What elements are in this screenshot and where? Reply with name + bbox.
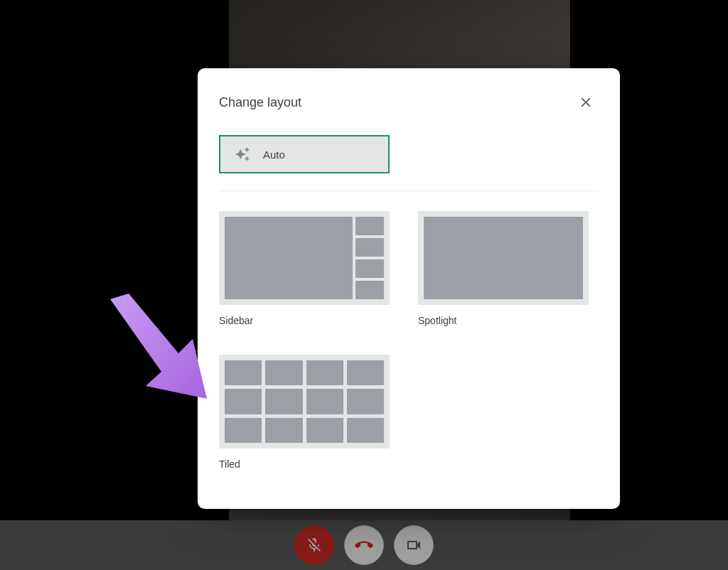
preview-tile bbox=[265, 389, 302, 414]
dialog-header: Change layout bbox=[219, 90, 599, 115]
layout-options-grid: Sidebar Spotlight bbox=[219, 211, 599, 470]
auto-label: Auto bbox=[263, 149, 285, 161]
spotlight-preview bbox=[418, 211, 589, 305]
tiled-preview bbox=[219, 355, 390, 448]
preview-tile-grid bbox=[225, 360, 384, 443]
preview-main-tile bbox=[225, 217, 353, 299]
layout-label: Tiled bbox=[219, 458, 390, 470]
preview-tile bbox=[225, 389, 262, 414]
preview-tile bbox=[225, 418, 262, 443]
change-layout-dialog: Change layout Auto Sidebar bbox=[198, 68, 620, 509]
preview-thumb bbox=[355, 281, 384, 299]
sidebar-preview bbox=[219, 211, 390, 305]
preview-tile bbox=[265, 418, 302, 443]
dialog-title: Change layout bbox=[219, 95, 301, 110]
preview-side-column bbox=[355, 217, 384, 299]
preview-tile bbox=[306, 389, 343, 414]
layout-label: Sidebar bbox=[219, 315, 390, 326]
close-button[interactable] bbox=[573, 90, 599, 115]
close-icon bbox=[578, 95, 594, 110]
preview-tile bbox=[225, 360, 262, 385]
preview-main-tile bbox=[424, 217, 583, 299]
preview-thumb bbox=[355, 238, 384, 257]
layout-option-sidebar[interactable]: Sidebar bbox=[219, 211, 390, 326]
layout-option-auto[interactable]: Auto bbox=[219, 135, 390, 173]
preview-tile bbox=[347, 418, 384, 443]
layout-option-tiled[interactable]: Tiled bbox=[219, 355, 390, 470]
preview-tile bbox=[347, 389, 384, 414]
preview-thumb bbox=[355, 259, 384, 278]
divider bbox=[219, 190, 599, 191]
preview-tile bbox=[306, 360, 343, 385]
preview-tile bbox=[347, 360, 384, 385]
layout-option-spotlight[interactable]: Spotlight bbox=[418, 211, 589, 326]
sparkle-icon bbox=[235, 146, 250, 162]
preview-tile bbox=[306, 418, 343, 443]
preview-tile bbox=[265, 360, 302, 385]
layout-label: Spotlight bbox=[418, 315, 589, 326]
preview-thumb bbox=[355, 217, 384, 235]
